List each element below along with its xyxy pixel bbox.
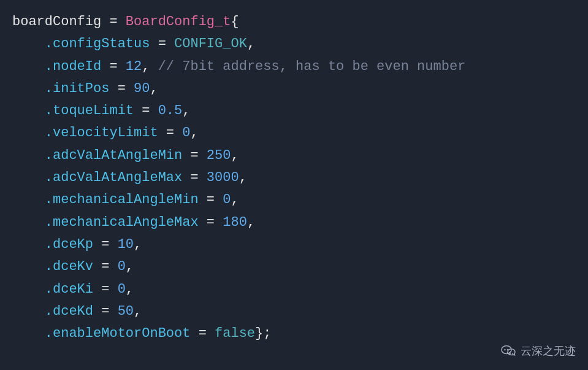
code-token: = — [182, 148, 207, 163]
code-token: 3000 — [207, 170, 239, 185]
code-token: 0 — [223, 192, 231, 207]
code-token: 50 — [118, 304, 134, 319]
code-line-line6: .velocityLimit = 0, — [12, 122, 576, 144]
code-token: // 7bit address, has to be even number — [150, 59, 465, 74]
code-token: .configStatus — [12, 36, 150, 52]
svg-point-3 — [510, 353, 511, 355]
code-line-line1: boardConfig = BoardConfig_t{ — [12, 11, 576, 33]
watermark-text: 云深之无迹 — [521, 344, 576, 358]
code-token: = — [101, 14, 126, 29]
code-token: = — [134, 103, 158, 118]
code-line-line7: .adcValAtAngleMin = 250, — [12, 145, 576, 167]
code-token: 0 — [118, 259, 126, 274]
code-token: , — [134, 304, 142, 319]
code-token: .nodeId — [12, 59, 101, 74]
code-token: .dceKd — [12, 304, 93, 319]
code-token: , — [182, 103, 190, 118]
code-token: }; — [255, 326, 271, 341]
code-block: boardConfig = BoardConfig_t{ .configStat… — [0, 0, 588, 356]
svg-point-0 — [502, 346, 511, 354]
code-line-line11: .dceKp = 10, — [12, 234, 576, 256]
code-token: 0.5 — [158, 103, 183, 118]
code-token: = — [101, 59, 126, 74]
code-line-line5: .toqueLimit = 0.5, — [12, 100, 576, 122]
svg-point-1 — [504, 349, 505, 350]
code-token: = — [199, 192, 223, 207]
code-token: , — [142, 59, 150, 74]
code-token: , — [126, 259, 134, 274]
code-token: .dceKi — [12, 282, 93, 297]
code-token: = — [190, 326, 215, 341]
code-token: = — [158, 125, 183, 141]
code-token: , — [150, 81, 158, 96]
code-token: = — [93, 237, 118, 252]
code-line-line4: .initPos = 90, — [12, 78, 576, 100]
code-token: , — [231, 148, 239, 163]
code-line-line9: .mechanicalAngleMin = 0, — [12, 189, 576, 211]
code-token: 90 — [134, 81, 150, 96]
code-line-line13: .dceKi = 0, — [12, 279, 576, 301]
code-token: .initPos — [12, 81, 109, 96]
code-token: .toqueLimit — [12, 103, 134, 118]
code-token: = — [182, 170, 207, 185]
code-token: , — [134, 237, 142, 252]
code-token: .dceKp — [12, 237, 93, 252]
code-line-line15: .enableMotorOnBoot = false}; — [12, 323, 576, 345]
code-token: , — [239, 170, 247, 185]
code-line-line8: .adcValAtAngleMax = 3000, — [12, 167, 576, 189]
code-token: .adcValAtAngleMax — [12, 170, 182, 185]
code-line-line2: .configStatus = CONFIG_OK, — [12, 33, 576, 55]
code-token: 180 — [223, 215, 247, 230]
code-token: .adcValAtAngleMin — [12, 148, 182, 163]
code-token: = — [93, 304, 118, 319]
code-token: 10 — [118, 237, 134, 252]
code-token: = — [109, 81, 134, 96]
code-token: 0 — [118, 282, 126, 297]
code-token: , — [231, 192, 239, 207]
wechat-icon — [501, 343, 517, 359]
code-token: false — [215, 326, 255, 341]
code-token: , — [247, 215, 255, 230]
code-token: , — [126, 282, 134, 297]
code-token: BoardConfig_t — [126, 14, 231, 29]
code-token: = — [93, 282, 118, 297]
code-token: .mechanicalAngleMin — [12, 192, 199, 207]
code-token: .velocityLimit — [12, 125, 158, 141]
code-token: = — [93, 259, 118, 274]
code-token: 12 — [126, 59, 142, 74]
code-token: CONFIG_OK — [174, 36, 247, 52]
code-token: .dceKv — [12, 259, 93, 274]
code-line-line14: .dceKd = 50, — [12, 301, 576, 323]
code-token: = — [150, 36, 174, 52]
code-token: 0 — [182, 125, 190, 141]
code-token: 250 — [207, 148, 231, 163]
code-token: .enableMotorOnBoot — [12, 326, 190, 341]
svg-point-4 — [512, 353, 513, 355]
code-token: , — [247, 36, 255, 52]
code-token: = — [199, 215, 223, 230]
code-token: boardConfig — [12, 14, 101, 29]
code-line-line10: .mechanicalAngleMax = 180, — [12, 212, 576, 234]
watermark: 云深之无迹 — [501, 343, 576, 359]
code-token: { — [231, 14, 239, 29]
code-line-line3: .nodeId = 12, // 7bit address, has to be… — [12, 56, 576, 78]
code-token: , — [190, 125, 198, 141]
code-line-line12: .dceKv = 0, — [12, 256, 576, 278]
code-token: .mechanicalAngleMax — [12, 215, 199, 230]
